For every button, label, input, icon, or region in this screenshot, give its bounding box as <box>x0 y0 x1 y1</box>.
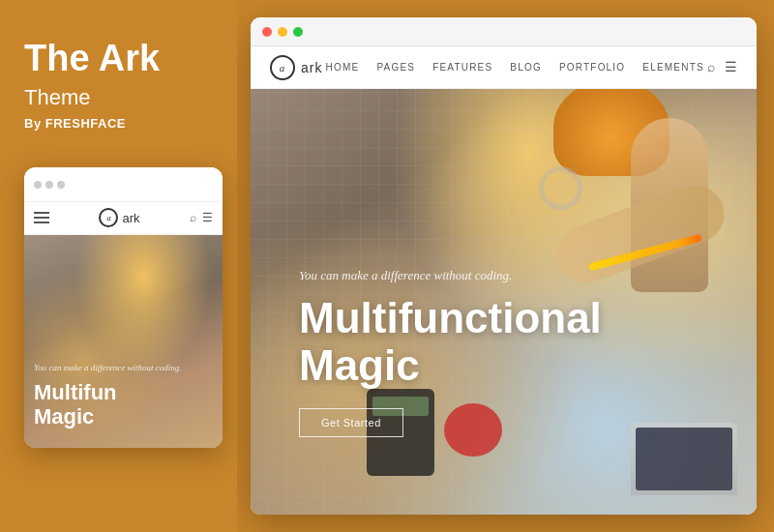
mobile-dot-1 <box>34 181 42 189</box>
mobile-menu-icon[interactable]: ☰ <box>202 211 213 225</box>
mobile-dot-3 <box>57 181 65 189</box>
desktop-hero-tagline: You can make a difference without coding… <box>299 268 708 283</box>
nav-link-blog[interactable]: BLOG <box>510 62 542 73</box>
theme-subtitle: Theme <box>24 85 90 110</box>
mobile-logo-icon: a <box>99 208 118 227</box>
mobile-nav-icons: ⌕ ☰ <box>190 211 213 225</box>
mobile-dot-2 <box>45 181 53 189</box>
right-panel: a ark HOME PAGES FEATURES BLOG PORTFOLIO… <box>237 0 774 532</box>
mobile-logo: a ark <box>99 208 139 227</box>
left-panel: The Ark Theme By FRESHFACE a ark ⌕ <box>0 0 237 532</box>
get-started-button[interactable]: Get Started <box>299 408 403 437</box>
nav-link-elements[interactable]: ELEMENTS <box>642 62 704 73</box>
desktop-dot-yellow <box>278 27 287 37</box>
theme-by: By FRESHFACE <box>24 116 126 131</box>
mobile-nav: a ark ⌕ ☰ <box>24 202 223 235</box>
desktop-search-icon[interactable]: ⌕ <box>707 60 715 75</box>
nav-link-home[interactable]: HOME <box>326 62 360 73</box>
mobile-hero-title: Multifun Magic <box>34 381 213 428</box>
mobile-hero: You can make a difference without coding… <box>24 235 223 448</box>
desktop-menu-icon[interactable]: ☰ <box>725 59 737 75</box>
nav-link-features[interactable]: FEATURES <box>432 62 492 73</box>
desktop-hero: You can make a difference without coding… <box>251 89 757 515</box>
mobile-hero-content: You can make a difference without coding… <box>34 363 213 429</box>
mobile-preview: a ark ⌕ ☰ You can make a difference with… <box>24 167 223 448</box>
desktop-preview: a ark HOME PAGES FEATURES BLOG PORTFOLIO… <box>251 17 757 515</box>
brand-name: FRESHFACE <box>45 116 126 131</box>
mobile-hamburger-icon[interactable] <box>34 212 49 223</box>
mobile-search-icon[interactable]: ⌕ <box>190 211 196 225</box>
nav-link-pages[interactable]: PAGES <box>376 62 415 73</box>
desktop-dot-green <box>293 27 303 37</box>
desktop-logo: a ark <box>270 55 322 80</box>
desktop-hero-content: You can make a difference without coding… <box>299 268 708 437</box>
mobile-hero-tagline: You can make a difference without coding… <box>34 363 213 374</box>
desktop-logo-icon: a <box>270 55 295 80</box>
desktop-title-bar <box>251 17 757 46</box>
desktop-nav-icons: ⌕ ☰ <box>707 59 737 75</box>
hero-magnifier <box>539 166 582 210</box>
desktop-nav-links: HOME PAGES FEATURES BLOG PORTFOLIO ELEME… <box>326 62 704 73</box>
nav-link-portfolio[interactable]: PORTFOLIO <box>559 62 625 73</box>
desktop-nav: a ark HOME PAGES FEATURES BLOG PORTFOLIO… <box>251 46 757 89</box>
desktop-hero-title: Multifunctional Magic <box>299 295 708 389</box>
theme-title: The Ark <box>24 39 160 79</box>
mobile-title-bar <box>24 167 223 202</box>
mobile-window-dots <box>34 181 65 189</box>
desktop-dot-red <box>262 27 272 37</box>
